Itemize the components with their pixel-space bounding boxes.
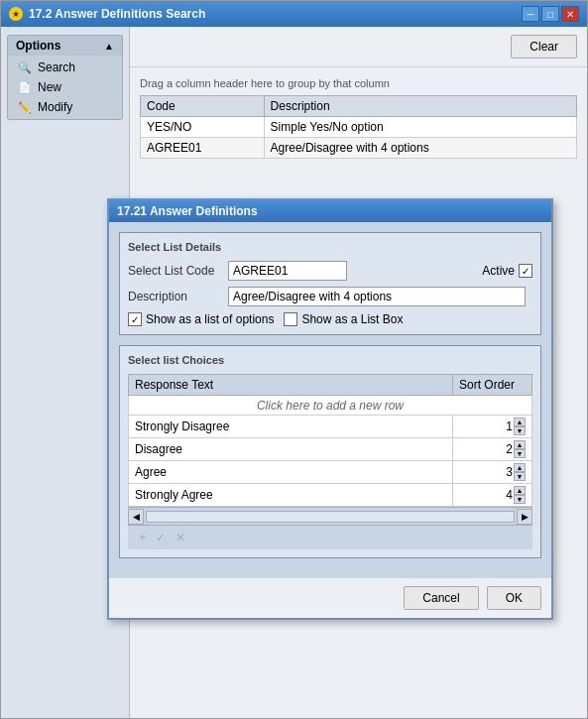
table-row[interactable]: YES/NOSimple Yes/No option — [141, 117, 577, 138]
sidebar-modify-label: Modify — [38, 100, 72, 114]
form-row-description: Description — [128, 287, 532, 306]
minimize-button[interactable]: ─ — [522, 6, 539, 22]
add-choice-btn[interactable]: + — [136, 530, 149, 545]
description-label: Description — [128, 290, 222, 303]
sort-down-btn[interactable]: ▼ — [514, 449, 526, 458]
sidebar-options-label: Options — [16, 39, 60, 53]
sidebar-options-header[interactable]: Options ▲ — [8, 36, 122, 56]
sidebar-item-modify[interactable]: Modify — [8, 97, 122, 117]
close-button[interactable]: ✕ — [561, 6, 579, 22]
choice-sort: 2 ▲ ▼ — [453, 438, 532, 461]
add-row-hint[interactable]: Click here to add a new row — [129, 396, 532, 416]
sidebar-search-label: Search — [38, 60, 75, 74]
choice-text: Strongly Disagree — [129, 416, 453, 438]
main-window-title: 17.2 Answer Definitions Search — [29, 7, 205, 21]
choice-sort: 3 ▲ ▼ — [453, 461, 532, 484]
form-row-code: Select List Code Active ✓ — [128, 261, 532, 281]
active-label: Active — [482, 264, 515, 278]
cell-description: Agree/Disagree with 4 options — [264, 138, 576, 159]
toolbar: Clear — [130, 27, 587, 67]
choice-text: Strongly Agree — [129, 484, 453, 507]
sidebar-item-search[interactable]: Search — [8, 58, 122, 77]
description-input[interactable] — [228, 287, 526, 306]
select-list-code-label: Select List Code — [128, 264, 222, 278]
sort-down-btn[interactable]: ▼ — [514, 472, 526, 481]
sort-up-btn[interactable]: ▲ — [514, 463, 526, 472]
sort-down-btn[interactable]: ▼ — [514, 426, 526, 435]
choice-row[interactable]: Agree 3 ▲ ▼ — [129, 461, 532, 484]
sort-up-btn[interactable]: ▲ — [514, 440, 526, 449]
choice-row[interactable]: Strongly Agree 4 ▲ ▼ — [129, 484, 532, 507]
show-as-listbox-checkbox[interactable] — [284, 312, 297, 326]
choice-row[interactable]: Strongly Disagree 1 ▲ ▼ — [129, 416, 532, 438]
new-icon — [18, 80, 32, 94]
h-scrollbar[interactable] — [146, 511, 515, 523]
group-select-list-details: Select List Details Select List Code Act… — [119, 232, 541, 335]
options-row: ✓ Show as a list of options Show as a Li… — [128, 312, 532, 326]
show-as-list-label: Show as a list of options — [146, 312, 274, 326]
cell-code: AGREE01 — [141, 138, 265, 159]
maximize-button[interactable]: □ — [541, 6, 559, 22]
scroll-left-btn[interactable]: ◀ — [128, 509, 144, 525]
sort-up-btn[interactable]: ▲ — [514, 486, 526, 495]
show-as-listbox-option: Show as a List Box — [284, 312, 403, 326]
choices-toolbar: + ✓ ✕ — [128, 525, 532, 549]
choice-sort: 1 ▲ ▼ — [453, 416, 532, 438]
title-controls: ─ □ ✕ — [522, 6, 579, 22]
col-header-description[interactable]: Description — [264, 96, 576, 117]
confirm-choice-btn[interactable]: ✓ — [153, 530, 169, 545]
inner-dialog-title-bar: 17.21 Answer Definitions — [109, 200, 551, 222]
sort-down-btn[interactable]: ▼ — [514, 495, 526, 504]
choice-sort: 4 ▲ ▼ — [453, 484, 532, 507]
add-row-hint-row[interactable]: Click here to add a new row — [129, 396, 532, 416]
inner-dialog: 17.21 Answer Definitions Select List Det… — [107, 198, 553, 620]
col-header-code[interactable]: Code — [141, 96, 265, 117]
h-scroll-row: ◀ ▶ — [128, 507, 532, 525]
sort-up-btn[interactable]: ▲ — [514, 418, 526, 426]
sidebar-section-options: Options ▲ Search New Modify — [7, 35, 123, 120]
group-details-label: Select List Details — [128, 241, 532, 253]
title-icon: ★ — [9, 7, 23, 21]
delete-choice-btn[interactable]: ✕ — [173, 530, 188, 545]
dialog-footer: Cancel OK — [109, 578, 551, 618]
group-select-list-choices: Select list Choices Response Text Sort O… — [119, 345, 541, 558]
collapse-icon: ▲ — [104, 41, 114, 52]
inner-dialog-title: 17.21 Answer Definitions — [117, 204, 258, 218]
cancel-button[interactable]: Cancel — [404, 586, 478, 610]
sidebar-items: Search New Modify — [8, 56, 122, 119]
sidebar-new-label: New — [38, 80, 61, 94]
data-table: Code Description YES/NOSimple Yes/No opt… — [140, 95, 577, 159]
inner-dialog-content: Select List Details Select List Code Act… — [109, 222, 551, 578]
scroll-right-btn[interactable]: ▶ — [517, 509, 532, 525]
choices-col-response[interactable]: Response Text — [129, 375, 453, 396]
ok-button[interactable]: OK — [487, 586, 541, 610]
active-container: Active ✓ — [482, 264, 532, 278]
title-bar: ★ 17.2 Answer Definitions Search ─ □ ✕ — [1, 1, 587, 27]
sidebar-item-new[interactable]: New — [8, 77, 122, 97]
choice-row[interactable]: Disagree 2 ▲ ▼ — [129, 438, 532, 461]
show-as-list-checkbox[interactable]: ✓ — [128, 312, 142, 326]
choice-text: Disagree — [129, 438, 453, 461]
select-list-code-input[interactable] — [228, 261, 347, 281]
clear-button[interactable]: Clear — [511, 35, 577, 59]
table-row[interactable]: AGREE01Agree/Disagree with 4 options — [141, 138, 577, 159]
show-as-list-option: ✓ Show as a list of options — [128, 312, 274, 326]
choices-table: Response Text Sort Order Click here to a… — [128, 374, 532, 507]
show-as-listbox-label: Show as a List Box — [301, 312, 403, 326]
cell-description: Simple Yes/No option — [264, 117, 576, 138]
modify-icon — [18, 100, 32, 114]
title-bar-left: ★ 17.2 Answer Definitions Search — [9, 7, 205, 21]
group-choices-label: Select list Choices — [128, 354, 532, 366]
active-checkbox[interactable]: ✓ — [519, 264, 532, 278]
search-icon — [18, 60, 32, 74]
choices-col-sort[interactable]: Sort Order — [453, 375, 532, 396]
cell-code: YES/NO — [141, 117, 265, 138]
drag-hint: Drag a column header here to group by th… — [140, 73, 577, 95]
choice-text: Agree — [129, 461, 453, 484]
